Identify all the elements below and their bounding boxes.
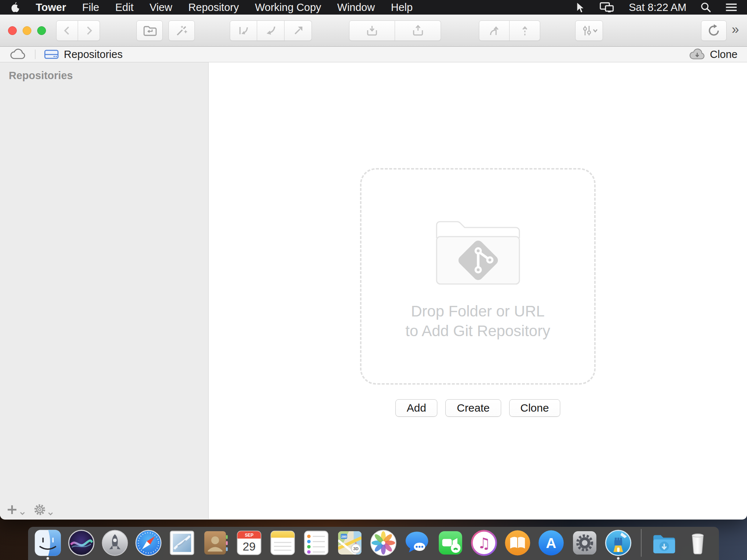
dock-item-messages[interactable]	[403, 529, 431, 557]
maps-icon: 280 3D	[336, 529, 364, 557]
dock-item-trash[interactable]	[684, 529, 712, 557]
maps-shield-label: 280	[341, 535, 347, 538]
dock-item-mail[interactable]	[168, 529, 196, 557]
sidebar-settings-dropdown[interactable]	[34, 504, 53, 516]
back-button[interactable]	[56, 20, 78, 41]
dock-item-finder[interactable]	[34, 529, 62, 557]
dock-item-photos[interactable]	[369, 529, 397, 557]
menu-file[interactable]: File	[82, 1, 99, 13]
apple-menu[interactable]	[10, 1, 20, 13]
apple-logo-icon	[10, 1, 20, 13]
itunes-icon: ♫	[470, 529, 498, 557]
gear-icon	[34, 504, 46, 516]
forward-button[interactable]	[78, 20, 100, 41]
pointer-status-icon[interactable]	[575, 1, 586, 13]
cloud-icon	[9, 48, 26, 60]
dropzone-caption-line1: Drop Folder or URL	[406, 302, 550, 321]
quick-actions-button[interactable]	[169, 20, 195, 41]
dock-item-launchpad[interactable]	[101, 529, 129, 557]
dock-item-safari[interactable]	[135, 529, 162, 557]
reminders-icon	[302, 529, 330, 557]
merge-icon	[487, 23, 502, 38]
window-content: Repositories	[0, 62, 747, 519]
dock-item-reminders[interactable]	[302, 529, 330, 557]
stash-apply-button[interactable]	[395, 20, 441, 41]
refresh-button[interactable]	[701, 20, 727, 41]
toolbar-overflow-button[interactable]: »	[727, 22, 744, 39]
dock-item-system-preferences[interactable]	[571, 529, 599, 557]
window-toolbar: »	[0, 15, 747, 47]
facetime-icon	[437, 529, 464, 557]
notes-icon	[269, 529, 297, 557]
downloads-folder-icon	[650, 529, 678, 557]
dock-item-siri[interactable]	[67, 529, 95, 557]
repository-actions: Add Create Clone	[395, 399, 560, 417]
dropzone-caption-line2: to Add Git Repository	[406, 321, 550, 341]
fetch-button[interactable]	[230, 20, 257, 41]
dock-item-calendar[interactable]: SEP 29	[235, 529, 263, 557]
stash-up-icon	[411, 23, 425, 38]
dropzone-caption: Drop Folder or URL to Add Git Repository	[406, 302, 550, 341]
tower-window: » Repositories	[0, 15, 747, 520]
menu-app-name[interactable]: Tower	[36, 1, 66, 13]
cloud-services-button[interactable]	[9, 48, 26, 60]
menu-repository[interactable]: Repository	[188, 1, 239, 13]
close-window-button[interactable]	[8, 26, 17, 35]
menu-edit[interactable]: Edit	[115, 1, 133, 13]
system-preferences-icon	[571, 529, 599, 557]
dock-item-facetime[interactable]	[437, 529, 464, 557]
dock-item-notes[interactable]	[269, 529, 297, 557]
clone-button[interactable]: Clone	[509, 399, 560, 417]
launchpad-icon	[101, 529, 129, 557]
menu-bar-clock[interactable]: Sat 8:22 AM	[629, 1, 686, 13]
tower-app-icon	[604, 529, 632, 557]
notification-center-icon[interactable]	[725, 2, 738, 12]
minimize-window-button[interactable]	[23, 26, 31, 35]
zoom-window-button[interactable]	[37, 26, 46, 35]
breadcrumb[interactable]: Repositories	[44, 48, 123, 61]
rebase-button[interactable]	[510, 20, 540, 41]
view-options-dropdown[interactable]	[575, 20, 603, 41]
dock-item-itunes[interactable]: ♫	[470, 529, 498, 557]
chevron-left-icon	[60, 23, 74, 38]
menu-working-copy[interactable]: Working Copy	[255, 1, 321, 13]
trash-icon	[684, 529, 712, 557]
svg-text:♫: ♫	[477, 535, 491, 552]
finder-icon	[34, 529, 62, 557]
desktop: Tower File Edit View Repository Working …	[0, 0, 747, 560]
sidebar-footer	[7, 504, 53, 516]
merge-button[interactable]	[479, 20, 510, 41]
drop-target[interactable]: Drop Folder or URL to Add Git Repository	[360, 168, 596, 385]
clone-quick-label: Clone	[710, 48, 738, 61]
dock-item-downloads[interactable]	[650, 529, 678, 557]
history-nav-group	[56, 20, 100, 41]
create-button[interactable]: Create	[445, 399, 501, 417]
pull-button[interactable]	[257, 20, 285, 41]
messages-icon	[403, 529, 431, 557]
refresh-icon	[707, 23, 721, 38]
ibooks-icon	[504, 529, 531, 557]
reveal-in-finder-button[interactable]	[136, 20, 163, 41]
spotlight-icon[interactable]	[700, 2, 711, 13]
traffic-lights	[0, 26, 46, 35]
menu-view[interactable]: View	[150, 1, 172, 13]
push-icon	[291, 23, 305, 38]
menu-window[interactable]: Window	[337, 1, 375, 13]
menu-help[interactable]: Help	[391, 1, 413, 13]
dock-item-ibooks[interactable]	[504, 529, 531, 557]
dock-item-maps[interactable]: 280 3D	[336, 529, 364, 557]
dock-item-tower[interactable]	[604, 529, 632, 557]
add-repository-dropdown[interactable]	[7, 504, 25, 515]
branch-ops-group	[479, 20, 540, 41]
add-button[interactable]: Add	[395, 399, 437, 417]
dock-item-app-store[interactable]: A	[537, 529, 565, 557]
dock-item-contacts[interactable]	[202, 529, 229, 557]
displays-status-icon[interactable]	[600, 1, 615, 13]
pull-icon	[263, 23, 278, 38]
safari-icon	[135, 529, 162, 557]
clone-quick-button[interactable]: Clone	[689, 48, 738, 61]
stash-save-button[interactable]	[349, 20, 395, 41]
repositories-drive-icon	[44, 49, 59, 60]
mail-icon	[168, 529, 196, 557]
push-button[interactable]	[285, 20, 312, 41]
